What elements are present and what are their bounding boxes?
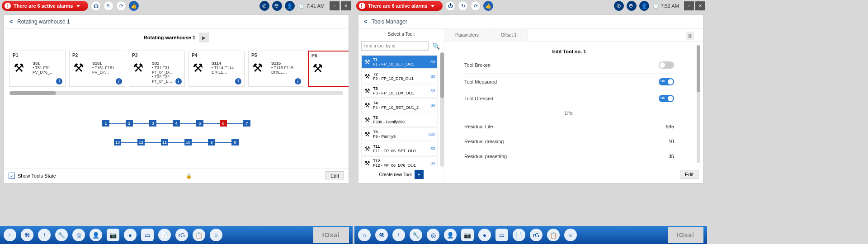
minimize-button[interactable]: − xyxy=(330,1,340,10)
thumbs-up-icon[interactable]: 👍 xyxy=(483,1,493,11)
tool-list-item[interactable]: ⚒ T11F11 - FP_06_SET_OU1 S9 xyxy=(361,142,438,155)
hat-icon[interactable]: ⛑ xyxy=(272,1,282,11)
toggle-switch[interactable]: OK xyxy=(659,61,674,69)
show-tools-checkbox[interactable]: ✓ xyxy=(9,173,15,179)
diagram-node[interactable]: 11 xyxy=(161,139,168,145)
tb-doc-icon[interactable]: 📄 xyxy=(158,229,171,241)
diagram-node[interactable]: 3 xyxy=(149,120,156,127)
tb-tool-icon[interactable]: 🛠 xyxy=(375,229,388,241)
info-icon[interactable]: i xyxy=(295,78,301,84)
tb-tool-icon[interactable]: 🛠 xyxy=(21,229,33,241)
tb-cms-icon[interactable]: ▭ xyxy=(141,229,154,241)
refresh-icon[interactable]: ↻ xyxy=(458,1,468,11)
tb-list-icon[interactable]: 📋 xyxy=(193,229,205,241)
tb-target-icon[interactable]: ◎ xyxy=(72,229,85,241)
delete-button[interactable]: 🗑 xyxy=(686,32,694,40)
thumbs-up-icon[interactable]: 👍 xyxy=(129,1,139,11)
tool-list-item[interactable]: ⚒ T12F12 - FP_06_D76_OU1 S9 xyxy=(361,156,438,167)
tb-list-icon[interactable]: 📋 xyxy=(547,229,560,241)
power-icon[interactable]: ⏻ xyxy=(91,1,101,11)
user-icon[interactable]: 👤 xyxy=(285,1,295,11)
tool-list-item[interactable]: ⚒ T2F2 - FP_10_D76_OU1 S8 xyxy=(361,70,438,83)
edit-button[interactable]: Edit xyxy=(680,170,698,179)
search-icon[interactable]: 🔍 xyxy=(430,41,441,51)
tool-list-item[interactable]: ⚒ T5F299 - Family299 xyxy=(361,113,438,127)
tool-card[interactable]: P1 ⚒ S51• T51 F51 FV_D76_… i xyxy=(9,51,66,87)
tool-list-item[interactable]: ⚒ T1F1 - FP_10_SET_OU1 S8 xyxy=(361,55,438,69)
sync-icon[interactable]: ⟳ xyxy=(471,1,481,11)
diagram-node[interactable]: 12 xyxy=(137,139,145,145)
tb-home-icon[interactable]: ⌂ xyxy=(358,229,371,241)
diagram-node[interactable]: 8 xyxy=(231,139,239,145)
diagram-node[interactable]: 13 xyxy=(114,139,121,145)
user-icon[interactable]: 👤 xyxy=(639,1,649,11)
tb-alert-icon[interactable]: ! xyxy=(38,229,51,241)
minimize-button[interactable]: − xyxy=(684,1,694,10)
diagram-node[interactable]: 9 xyxy=(208,139,215,145)
tool-list-item[interactable]: ⚒ T3F3 - FP_10_LUX_OU1 S8 xyxy=(361,84,438,98)
tb-camera-icon[interactable]: 📷 xyxy=(461,229,474,241)
back-icon[interactable]: < xyxy=(364,19,367,25)
phone-icon[interactable]: ✆ xyxy=(259,1,269,11)
next-button[interactable]: ▶ xyxy=(199,33,209,42)
edit-button[interactable]: Edit xyxy=(326,171,344,180)
tb-home-icon[interactable]: ⌂ xyxy=(4,229,16,241)
tool-card[interactable]: P5 ⚒ S115• T115 F115 DRILL… i xyxy=(248,51,304,87)
info-icon[interactable]: i xyxy=(235,78,241,84)
tool-card[interactable]: P2 ⚒ S151• T151 F151 FV_D7… i xyxy=(69,51,125,87)
close-button[interactable]: × xyxy=(695,1,705,10)
tool-badge: S9 xyxy=(430,161,435,165)
create-tool-row: Create new Tool + xyxy=(359,167,444,182)
tool-list[interactable]: ⚒ T1F1 - FP_10_SET_OU1 S8⚒ T2F2 - FP_10_… xyxy=(359,52,440,167)
info-icon[interactable]: i xyxy=(56,78,62,84)
info-icon[interactable]: i xyxy=(116,78,122,84)
refresh-icon[interactable]: ↻ xyxy=(104,1,113,11)
power-icon[interactable]: ⏻ xyxy=(445,1,455,11)
diagram-node[interactable]: 10 xyxy=(184,139,192,145)
info-icon[interactable]: i xyxy=(175,78,182,84)
toggle-switch[interactable]: OK xyxy=(659,78,674,85)
tool-form-column: ParametersOffset 1 🗑 Edit Tool no. 1 Too… xyxy=(444,29,703,182)
tool-card[interactable]: P6 ⚒ i xyxy=(308,51,349,87)
diagram-node[interactable]: 2 xyxy=(126,120,133,127)
alarm-banner[interactable]: There are 6 active alarms xyxy=(356,1,443,11)
tb-camera-icon[interactable]: 📷 xyxy=(107,229,119,241)
tb-alert-icon[interactable]: ! xyxy=(392,229,405,241)
tb-dot-icon[interactable]: ● xyxy=(478,229,491,241)
tb-cms-icon[interactable]: ▭ xyxy=(495,229,508,241)
toggle-switch[interactable]: OK xyxy=(659,95,674,102)
diagram-node[interactable]: 7 xyxy=(243,120,250,127)
alarm-banner[interactable]: There are 6 active alarms xyxy=(2,1,88,11)
tb-wrench-icon[interactable]: 🔧 xyxy=(410,229,422,241)
diagram-node[interactable]: 5 xyxy=(196,120,203,127)
vertical-scrollbar[interactable] xyxy=(440,52,444,167)
horizontal-scrollbar[interactable] xyxy=(9,91,343,95)
tb-dot-icon[interactable]: ● xyxy=(124,229,137,241)
back-icon[interactable]: < xyxy=(9,19,13,25)
vertical-scrollbar[interactable] xyxy=(697,45,700,163)
diagram-node[interactable]: 6 xyxy=(220,120,227,127)
diagram-node[interactable]: 1 xyxy=(102,120,109,127)
tb-rg-icon[interactable]: rG xyxy=(530,229,542,241)
tool-card[interactable]: P4 ⚒ S114• T114 F114 DRILL… i xyxy=(189,51,245,87)
tb-circle-icon[interactable]: ○ xyxy=(564,229,577,241)
tool-list-item[interactable]: ⚒ T4F4 - FP_10_SET_OU1_2 S8 xyxy=(361,99,438,112)
tb-doc-icon[interactable]: 📄 xyxy=(513,229,525,241)
close-button[interactable]: × xyxy=(341,1,351,10)
phone-icon[interactable]: ✆ xyxy=(614,1,624,11)
tb-target-icon[interactable]: ◎ xyxy=(427,229,439,241)
tb-person-icon[interactable]: 👤 xyxy=(90,229,102,241)
tool-search-input[interactable] xyxy=(361,41,429,51)
hat-icon[interactable]: ⛑ xyxy=(627,1,637,11)
tool-card[interactable]: P3 ⚒ S31• T31 F31 FT_04_D…• T32 F32 FT_0… xyxy=(129,51,185,87)
sync-icon[interactable]: ⟳ xyxy=(116,1,126,11)
create-tool-button[interactable]: + xyxy=(415,170,424,179)
diagram-node[interactable]: 4 xyxy=(173,120,180,127)
tb-wrench-icon[interactable]: 🔧 xyxy=(55,229,68,241)
tb-person-icon[interactable]: 👤 xyxy=(444,229,457,241)
tab-offset-1[interactable]: Offset 1 xyxy=(490,29,528,41)
tool-list-item[interactable]: ⚒ T6F9 - Family9 S20 xyxy=(361,127,438,141)
tab-parameters[interactable]: Parameters xyxy=(444,29,490,41)
tb-circle-icon[interactable]: ○ xyxy=(210,229,222,241)
tb-rg-icon[interactable]: rG xyxy=(175,229,188,241)
